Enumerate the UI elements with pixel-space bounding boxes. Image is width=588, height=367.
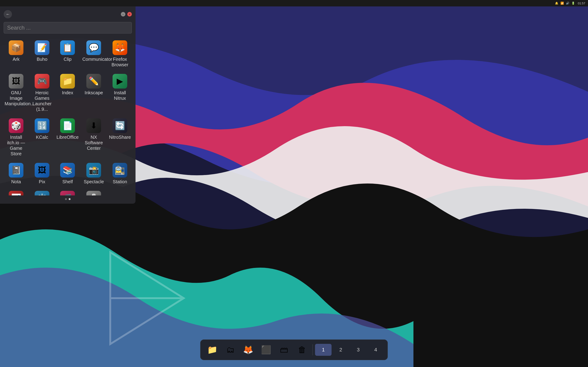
workspace-ws2[interactable]: 2 (333, 344, 349, 356)
app-label-itchio: Install itch.io — Game Store (5, 134, 27, 156)
network-icon[interactable]: 📶 (560, 1, 564, 5)
app-icon-station: 🚉 (112, 163, 127, 177)
volume-icon[interactable]: 🔊 (566, 1, 569, 5)
app-item-clip[interactable]: 📋Clip (56, 38, 79, 70)
app-item-pix[interactable]: 🖼Pix (30, 161, 54, 187)
app-item-heroic[interactable]: 🎮Heroic Games Launcher (1.9... (30, 72, 54, 114)
app-label-gimp: GNU Image Manipulation... (5, 90, 27, 106)
page-dots (4, 198, 132, 200)
app-item-firefox[interactable]: 🦊Firefox Browser (108, 38, 132, 70)
app-label-heroic: Heroic Games Launcher (1.9... (31, 90, 53, 112)
launcher-controls: – × (121, 12, 132, 17)
app-item-kcalc[interactable]: 🔢KCalc (30, 116, 54, 159)
app-item-communicator[interactable]: 💬Communicator (81, 38, 106, 70)
app-icon-pix: 🖼 (35, 163, 49, 177)
back-button[interactable]: ← (4, 10, 12, 18)
workspace-ws1[interactable]: 1 (315, 344, 332, 356)
taskbar-item-files[interactable]: 📁 (204, 342, 221, 358)
app-label-nitroshare: NitroShare (109, 134, 131, 140)
app-icon-buho: 📝 (35, 40, 49, 55)
app-item-inkscape[interactable]: ✏️Inkscape (81, 72, 106, 114)
taskbar-separator (313, 344, 313, 355)
app-icon-spectacle: 📸 (86, 163, 101, 177)
app-label-kcalc: KCalc (36, 134, 48, 140)
app-item-libreoffice[interactable]: 📄LibreOffice (56, 116, 79, 159)
app-label-clip: Clip (64, 56, 71, 62)
app-label-install-nitrux: Install Nitrux (109, 90, 131, 101)
app-item-install-nitrux[interactable]: ▶Install Nitrux (108, 72, 132, 114)
close-button[interactable]: × (127, 12, 132, 17)
app-label-nx-software: NX Software Center (82, 134, 105, 151)
app-item-syssettings[interactable]: ⚙️System Settings (30, 189, 54, 195)
app-item-station[interactable]: 🚉Station (108, 161, 132, 187)
app-label-station: Station (113, 179, 127, 184)
minimize-button[interactable]: – (121, 12, 125, 17)
app-icon-firefox: 🦊 (112, 40, 127, 55)
page-dot-1[interactable] (69, 198, 70, 200)
battery-icon[interactable]: 🔋 (571, 1, 575, 5)
app-label-buho: Buho (37, 56, 48, 62)
app-icon-kcalc: 🔢 (35, 118, 49, 133)
search-input[interactable] (4, 22, 132, 33)
app-item-itchio[interactable]: 🎲Install itch.io — Game Store (4, 116, 28, 159)
taskbar-item-terminal[interactable]: ⬛ (258, 342, 275, 358)
app-label-nota: Nota (11, 179, 21, 184)
taskbar-items: 📁🗂🦊⬛🗃🗑 (204, 342, 310, 358)
bell-icon[interactable]: 🔔 (555, 1, 558, 5)
clock: 01:57 (578, 2, 585, 5)
app-item-vvave[interactable]: 🎵Vvave (56, 189, 79, 195)
taskbar-item-settings[interactable]: 🗃 (276, 342, 292, 358)
app-label-communicator: Communicator (82, 56, 105, 62)
taskbar: 📁🗂🦊⬛🗃🗑 1234 (200, 340, 388, 360)
app-item-index[interactable]: 📁Index (56, 72, 79, 114)
app-icon-nota: 📓 (9, 163, 23, 177)
taskbar-item-index[interactable]: 🗂 (222, 342, 239, 358)
app-icon-index: 📁 (60, 74, 75, 89)
app-label-ark: Ark (13, 56, 19, 62)
app-icon-inkscape: ✏️ (86, 74, 101, 89)
taskbar-item-trash[interactable]: 🗑 (294, 342, 310, 358)
app-icon-libreoffice: 📄 (60, 118, 75, 133)
app-label-firefox: Firefox Browser (109, 56, 131, 67)
app-icon-heroic: 🎮 (35, 74, 49, 89)
app-label-pix: Pix (39, 179, 45, 184)
app-label-shelf: Shelf (62, 179, 73, 184)
launcher-header: ← – × (4, 10, 132, 18)
app-item-nx-software[interactable]: ⬇NX Software Center (81, 116, 106, 159)
taskbar-workspaces: 1234 (315, 344, 384, 356)
app-icon-nitroshare: 🔄 (112, 118, 127, 133)
app-icon-nx-software: ⬇ (86, 118, 101, 133)
topbar-right: 🔔 📶 🔊 🔋 01:57 (555, 1, 585, 5)
app-item-nota[interactable]: 📓Nota (4, 161, 28, 187)
workspace-ws3[interactable]: 3 (350, 344, 367, 356)
app-icon-syssettings: ⚙️ (35, 191, 49, 195)
app-item-spectacle[interactable]: 📸Spectacle (81, 161, 106, 187)
app-icon-communicator: 💬 (86, 40, 101, 55)
app-label-libreoffice: LibreOffice (57, 134, 78, 140)
app-item-buho[interactable]: 📝Buho (30, 38, 54, 70)
topbar: 🔔 📶 🔊 🔋 01:57 (0, 0, 588, 6)
app-icon-clip: 📋 (60, 40, 75, 55)
workspace-ws4[interactable]: 4 (367, 344, 384, 356)
desktop: 🔔 📶 🔊 🔋 01:57 ← – × 📦Ark📝 (0, 0, 588, 367)
app-icon-sysmon: 📊 (9, 191, 23, 195)
app-item-wine[interactable]: 🍷Wine (81, 189, 106, 195)
app-label-spectacle: Spectacle (84, 179, 104, 184)
app-icon-install-nitrux: ▶ (112, 74, 127, 89)
app-icon-vvave: 🎵 (60, 191, 75, 195)
app-item-sysmon[interactable]: 📊System Monitor (4, 189, 28, 195)
search-container[interactable] (4, 22, 132, 33)
app-item-gimp[interactable]: 🖼GNU Image Manipulation... (4, 72, 28, 114)
app-launcher: ← – × 📦Ark📝Buho📋Clip💬Communicator🦊Firefo… (0, 6, 136, 204)
app-item-nitroshare[interactable]: 🔄NitroShare (108, 116, 132, 159)
app-icon-gimp: 🖼 (9, 74, 23, 89)
page-dot-0[interactable] (65, 198, 67, 200)
app-icon-ark: 📦 (9, 40, 23, 55)
app-item-ark[interactable]: 📦Ark (4, 38, 28, 70)
app-icon-itchio: 🎲 (9, 118, 23, 133)
app-label-index: Index (62, 90, 73, 95)
app-label-inkscape: Inkscape (85, 90, 103, 95)
taskbar-item-firefox[interactable]: 🦊 (240, 342, 257, 358)
app-icon-shelf: 📚 (60, 163, 75, 177)
app-item-shelf[interactable]: 📚Shelf (56, 161, 79, 187)
